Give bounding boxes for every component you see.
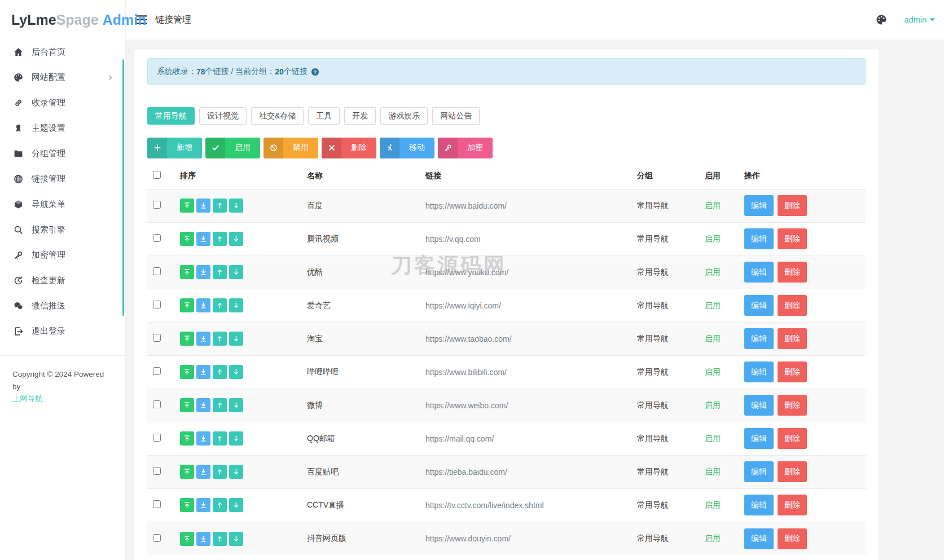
edit-button[interactable]: 编辑 — [744, 428, 774, 449]
row-checkbox[interactable] — [153, 500, 161, 508]
delete-button[interactable]: 删除 — [778, 228, 807, 249]
sidebar-item-key[interactable]: 加密管理 — [0, 242, 125, 268]
move-down-button[interactable] — [229, 265, 243, 279]
edit-button[interactable]: 编辑 — [744, 528, 774, 549]
delete-button[interactable]: 删除 — [322, 138, 376, 158]
move-top-button[interactable] — [180, 298, 194, 312]
move-top-button[interactable] — [180, 332, 194, 346]
move-bottom-button[interactable] — [196, 365, 210, 379]
add-button[interactable]: 新增 — [147, 138, 202, 158]
disable-button[interactable]: 禁用 — [264, 138, 318, 158]
move-top-button[interactable] — [180, 465, 194, 479]
edit-button[interactable]: 编辑 — [744, 495, 774, 515]
move-up-button[interactable] — [213, 532, 227, 546]
edit-button[interactable]: 编辑 — [744, 461, 774, 482]
powered-by-link[interactable]: 上网导航 — [12, 393, 43, 405]
encrypt-button[interactable]: 加密 — [438, 138, 493, 158]
move-down-button[interactable] — [229, 199, 243, 213]
row-checkbox[interactable] — [153, 334, 161, 342]
delete-button[interactable]: 删除 — [778, 528, 807, 549]
delete-button[interactable]: 删除 — [778, 428, 807, 449]
move-up-button[interactable] — [213, 398, 227, 412]
sidebar-item-wechat[interactable]: 微信推送 — [0, 293, 125, 319]
edit-button[interactable]: 编辑 — [744, 228, 774, 249]
move-bottom-button[interactable] — [196, 398, 210, 412]
edit-button[interactable]: 编辑 — [744, 262, 774, 283]
move-bottom-button[interactable] — [196, 498, 210, 512]
row-checkbox[interactable] — [153, 400, 161, 408]
move-down-button[interactable] — [229, 398, 243, 412]
move-up-button[interactable] — [213, 431, 227, 446]
move-bottom-button[interactable] — [196, 465, 210, 479]
tab-工具[interactable]: 工具 — [308, 107, 340, 125]
app-logo[interactable]: LyLmeSpageAdmin — [0, 0, 125, 39]
sidebar-item-search[interactable]: 搜索引擎 — [0, 217, 125, 242]
delete-button[interactable]: 删除 — [778, 495, 807, 515]
sidebar-item-cube[interactable]: 导航菜单 — [0, 192, 125, 217]
move-up-button[interactable] — [213, 498, 227, 512]
move-bottom-button[interactable] — [196, 199, 210, 213]
row-checkbox[interactable] — [153, 201, 161, 209]
move-up-button[interactable] — [213, 465, 227, 479]
row-checkbox[interactable] — [153, 301, 161, 308]
sidebar-item-palette[interactable]: 网站配置 — [0, 65, 125, 90]
move-top-button[interactable] — [180, 199, 194, 213]
sidebar-item-logout[interactable]: 退出登录 — [0, 319, 125, 344]
delete-button[interactable]: 删除 — [778, 195, 807, 216]
edit-button[interactable]: 编辑 — [744, 295, 774, 316]
move-down-button[interactable] — [229, 332, 243, 346]
row-checkbox[interactable] — [153, 267, 161, 275]
move-up-button[interactable] — [213, 199, 227, 213]
move-bottom-button[interactable] — [196, 532, 210, 546]
sidebar-item-award[interactable]: 主题设置 — [0, 116, 125, 141]
move-up-button[interactable] — [213, 298, 227, 312]
move-top-button[interactable] — [180, 265, 194, 279]
move-down-button[interactable] — [229, 431, 243, 446]
edit-button[interactable]: 编辑 — [744, 195, 774, 216]
user-dropdown[interactable]: admin — [905, 15, 936, 24]
sidebar-item-globe[interactable]: 链接管理 — [0, 166, 125, 192]
move-top-button[interactable] — [180, 498, 194, 512]
move-button[interactable]: 移动 — [380, 138, 434, 158]
edit-button[interactable]: 编辑 — [744, 395, 774, 416]
delete-button[interactable]: 删除 — [778, 295, 807, 316]
sidebar-scrollbar[interactable] — [122, 59, 124, 316]
move-up-button[interactable] — [213, 232, 227, 246]
move-up-button[interactable] — [213, 265, 227, 279]
move-up-button[interactable] — [213, 332, 227, 346]
sidebar-item-home[interactable]: 后台首页 — [0, 39, 125, 65]
move-down-button[interactable] — [229, 365, 243, 379]
tab-社交&存储[interactable]: 社交&存储 — [251, 107, 304, 125]
delete-button[interactable]: 删除 — [778, 361, 807, 382]
delete-button[interactable]: 删除 — [778, 461, 807, 482]
tab-常用导航[interactable]: 常用导航 — [147, 107, 195, 125]
row-checkbox[interactable] — [153, 434, 161, 442]
row-checkbox[interactable] — [153, 367, 161, 375]
move-top-button[interactable] — [180, 532, 194, 546]
tab-网站公告[interactable]: 网站公告 — [432, 107, 480, 125]
move-bottom-button[interactable] — [196, 332, 210, 346]
row-checkbox[interactable] — [153, 234, 161, 242]
move-top-button[interactable] — [180, 232, 194, 246]
sidebar-item-refresh[interactable]: 检查更新 — [0, 268, 125, 293]
delete-button[interactable]: 删除 — [778, 262, 807, 283]
move-top-button[interactable] — [180, 398, 194, 412]
move-top-button[interactable] — [180, 431, 194, 446]
move-bottom-button[interactable] — [196, 298, 210, 312]
move-top-button[interactable] — [180, 365, 194, 379]
delete-button[interactable]: 删除 — [778, 328, 807, 349]
move-down-button[interactable] — [229, 498, 243, 512]
tab-游戏娱乐[interactable]: 游戏娱乐 — [380, 107, 428, 125]
edit-button[interactable]: 编辑 — [744, 361, 774, 382]
move-down-button[interactable] — [229, 532, 243, 546]
tab-设计视觉[interactable]: 设计视觉 — [199, 107, 247, 125]
sidebar-item-folder[interactable]: 分组管理 — [0, 141, 125, 166]
move-bottom-button[interactable] — [196, 265, 210, 279]
sidebar-item-link[interactable]: 收录管理 — [0, 90, 125, 116]
move-bottom-button[interactable] — [196, 232, 210, 246]
theme-palette-icon[interactable] — [876, 14, 887, 25]
move-down-button[interactable] — [229, 465, 243, 479]
question-circle-icon[interactable]: ? — [311, 68, 319, 76]
move-up-button[interactable] — [213, 365, 227, 379]
row-checkbox[interactable] — [153, 534, 161, 542]
